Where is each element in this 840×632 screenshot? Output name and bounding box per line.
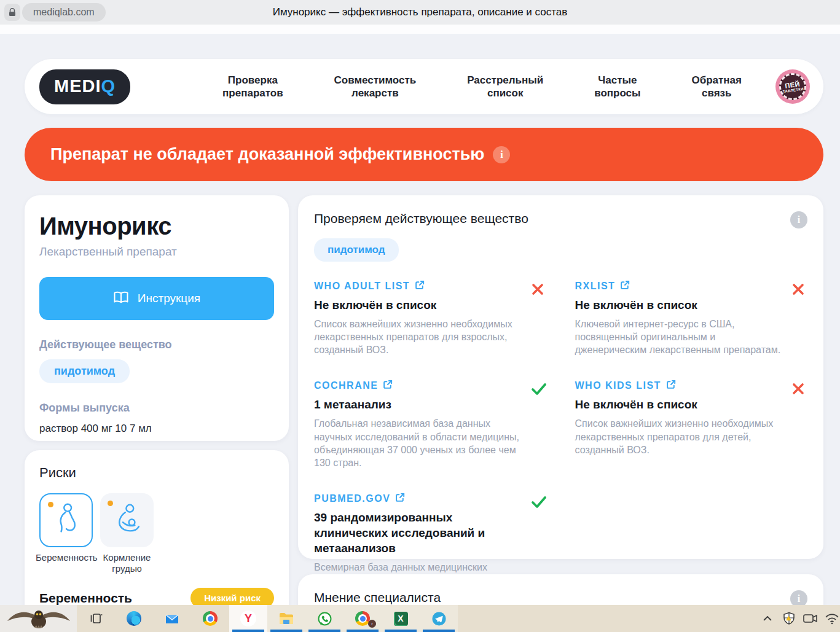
check-description: Список важнейших жизненно необходимых ле… <box>314 318 525 356</box>
profile-letter-badge: r <box>368 620 376 628</box>
forms-value: раствор 400 мг 10 7 мл <box>39 423 274 435</box>
camera-icon[interactable] <box>803 612 818 625</box>
check-description: Список важнейших жизненно необходимых ле… <box>575 417 786 456</box>
drug-card: Имунорикс Лекарственный препарат Инструк… <box>25 195 289 441</box>
nav-item-feedback[interactable]: Обратнаясвязь <box>691 74 742 100</box>
page-title: Имунорикс — эффективность препарата, опи… <box>123 0 717 25</box>
nav-item-faq[interactable]: Частыевопросы <box>594 74 640 100</box>
source-link[interactable]: WHO KIDS LIST <box>575 380 786 392</box>
instruction-button-label: Инструкция <box>138 292 200 305</box>
check-headline: Не включён в список <box>575 397 786 412</box>
verification-title: Проверяем действующее вещество <box>314 211 528 226</box>
taskbar: Y r X ! <box>0 605 840 632</box>
source-link[interactable]: PUBMED.GOV <box>314 493 525 505</box>
expert-opinion-title: Мнение специалиста <box>314 590 441 605</box>
banner-text: Препарат не обладает доказанной эффектив… <box>50 145 484 164</box>
forms-label: Формы выпуска <box>39 402 274 415</box>
active-substance-label: Действующее вещество <box>39 338 274 351</box>
risks-card: Риски <box>25 450 289 630</box>
chrome-profile-icon[interactable]: r <box>343 605 382 632</box>
check-block-cochrane: COCHRANE 1 метаанализ Глобальная независ… <box>314 380 547 469</box>
source-link[interactable]: COCHRANE <box>314 380 525 392</box>
page-top-strip <box>0 25 840 34</box>
check-description: Ключевой интернет-ресурс в США, посвящен… <box>575 318 786 356</box>
page-body: MEDIQ Проверкапрепаратов Совместимостьле… <box>0 25 840 605</box>
svg-text:!: ! <box>791 620 792 624</box>
checks-grid: WHO ADULT LIST Не включён в список Списо… <box>314 280 807 599</box>
nav-menu: Проверкапрепаратов Совместимостьлекарств… <box>222 74 742 100</box>
mediq-logo[interactable]: MEDIQ <box>39 69 130 104</box>
source-link[interactable]: RXLIST <box>575 280 786 292</box>
verification-card-head: Проверяем действующее вещество i <box>314 211 807 228</box>
task-view-button[interactable] <box>77 605 115 632</box>
risk-tiles <box>39 493 274 547</box>
pregnancy-icon <box>50 502 82 539</box>
nav-item-blacklist[interactable]: Расстрельныйсписок <box>467 74 543 100</box>
risk-tile-label-pregnancy: Беременность <box>36 552 96 574</box>
external-link-icon <box>395 493 405 505</box>
risks-title: Риски <box>39 465 274 481</box>
pills-badge-logo[interactable]: ПЕЙ ТАБЛЕТКИ <box>775 69 810 104</box>
cross-icon <box>791 380 807 469</box>
telegram-icon[interactable] <box>420 605 458 632</box>
cross-icon <box>791 280 807 356</box>
browser-bar: mediqlab.com Имунорикс — эффективность п… <box>0 0 840 25</box>
check-block-who-adult: WHO ADULT LIST Не включён в список Списо… <box>314 280 547 356</box>
risk-section-title: Беременность <box>39 591 132 606</box>
drug-type: Лекарственный препарат <box>39 245 274 259</box>
risk-tile-labels: Беременность Кормление грудью <box>39 552 274 574</box>
risk-tile-breastfeeding[interactable] <box>100 493 154 547</box>
no-efficacy-banner: Препарат не обладает доказанной эффектив… <box>25 128 823 181</box>
excel-icon[interactable]: X <box>382 605 420 632</box>
external-link-icon <box>383 380 393 392</box>
risk-tile-label-breastfeeding: Кормление грудью <box>96 552 157 574</box>
owl-image <box>5 605 73 632</box>
ssl-lock-icon[interactable] <box>4 4 20 21</box>
check-icon <box>531 380 547 469</box>
verification-card: Проверяем действующее вещество i пидотим… <box>298 195 823 559</box>
defender-shield-icon[interactable]: ! <box>781 611 797 626</box>
pills-badge-icon: ПЕЙ ТАБЛЕТКИ <box>777 71 808 102</box>
risk-level-dot <box>48 502 53 507</box>
file-explorer-icon[interactable] <box>267 605 305 632</box>
verification-info-icon[interactable]: i <box>790 211 807 228</box>
check-headline: Не включён в список <box>575 297 786 313</box>
screen: mediqlab.com Имунорикс — эффективность п… <box>0 0 840 632</box>
check-block-who-kids: WHO KIDS LIST Не включён в список Список… <box>575 380 808 469</box>
system-tray: ! <box>760 605 840 632</box>
check-headline: 1 метаанализ <box>314 397 525 412</box>
book-icon <box>113 291 129 307</box>
check-block-rxlist: RXLIST Не включён в список Ключевой инте… <box>575 280 808 356</box>
source-link[interactable]: WHO ADULT LIST <box>314 280 525 292</box>
wifi-icon[interactable] <box>824 612 840 625</box>
active-substance-pill[interactable]: пидотимод <box>39 359 130 383</box>
breastfeeding-icon <box>111 502 143 539</box>
external-link-icon <box>415 280 425 292</box>
logo-q-icon: Q <box>101 76 116 96</box>
risk-tile-pregnancy[interactable] <box>39 493 93 547</box>
nav-item-compatibility[interactable]: Совместимостьлекарств <box>334 74 417 100</box>
instruction-button[interactable]: Инструкция <box>39 277 274 320</box>
nav-item-drug-check[interactable]: Проверкапрепаратов <box>222 74 283 100</box>
substance-tag[interactable]: пидотимод <box>314 238 399 262</box>
check-headline: Не включён в список <box>314 297 525 313</box>
mail-icon[interactable] <box>153 605 191 632</box>
chrome-icon[interactable] <box>191 605 229 632</box>
navbar: MEDIQ Проверкапрепаратов Совместимостьле… <box>25 59 823 114</box>
tray-expand-chevron-icon[interactable] <box>760 615 775 622</box>
yandex-browser-icon[interactable]: Y <box>229 605 267 632</box>
check-description: Глобальная независимая база данных научн… <box>314 417 525 469</box>
cross-icon <box>531 280 547 356</box>
whatsapp-icon[interactable] <box>305 605 343 632</box>
address-bar[interactable]: mediqlab.com <box>22 3 106 21</box>
check-headline: 39 рандомизированных клинических исследо… <box>314 510 498 556</box>
risk-level-dot <box>108 501 113 506</box>
external-link-icon <box>620 280 630 292</box>
edge-icon[interactable] <box>115 605 153 632</box>
drug-name: Имунорикс <box>39 213 274 240</box>
external-link-icon <box>666 380 676 392</box>
desktop-wallpaper-owl <box>0 605 77 632</box>
logo-text: MEDI <box>54 76 101 96</box>
banner-info-icon[interactable]: i <box>493 146 510 163</box>
